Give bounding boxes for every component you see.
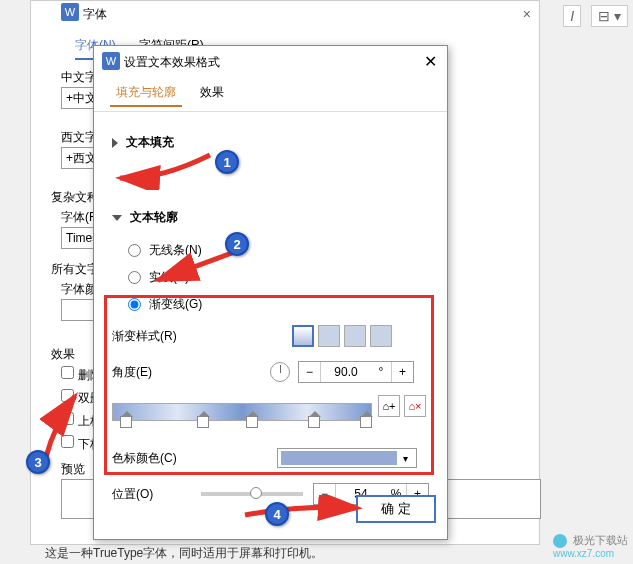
color-swatch xyxy=(281,451,397,465)
stop-color-picker[interactable]: ▾ xyxy=(277,448,417,468)
bg-title: 字体 xyxy=(83,6,107,23)
remove-stop-icon[interactable]: ⌂× xyxy=(404,395,426,417)
grad-stop-2[interactable] xyxy=(197,416,209,428)
angle-label: 角度(E) xyxy=(112,364,192,381)
gradient-bar[interactable] xyxy=(112,403,372,421)
section-text-fill[interactable]: 文本填充 xyxy=(112,134,429,151)
angle-plus[interactable]: + xyxy=(391,362,413,382)
pos-minus[interactable]: − xyxy=(314,484,336,504)
callout-4: 4 xyxy=(265,502,289,526)
effects-label: 效果 xyxy=(51,346,75,363)
chevron-down-icon: ▾ xyxy=(400,453,411,464)
list-icon[interactable]: ⊟ ▾ xyxy=(591,5,628,27)
close-button[interactable]: ✕ xyxy=(424,52,437,71)
position-slider[interactable] xyxy=(201,492,303,496)
text-outline-label: 文本轮廓 xyxy=(130,209,178,226)
angle-value[interactable]: 90.0 xyxy=(321,362,371,382)
radio-gradient-line[interactable]: 渐变线(G) xyxy=(128,296,429,313)
italic-icon[interactable]: I xyxy=(563,5,581,27)
complex-label: 复杂文种 xyxy=(51,189,99,206)
slider-thumb[interactable] xyxy=(250,487,262,499)
ok-button[interactable]: 确 定 xyxy=(356,495,436,523)
grad-stop-4[interactable] xyxy=(308,416,320,428)
grad-stop-3[interactable] xyxy=(246,416,258,428)
callout-2: 2 xyxy=(225,232,249,256)
grad-style-2[interactable] xyxy=(318,325,340,347)
grad-style-4[interactable] xyxy=(370,325,392,347)
watermark-logo-icon xyxy=(553,534,567,548)
all-text-label: 所有文字 xyxy=(51,261,99,278)
radio-solid-line[interactable]: 实线(S) xyxy=(128,269,429,286)
grad-stop-1[interactable] xyxy=(120,416,132,428)
callout-1: 1 xyxy=(215,150,239,174)
watermark-name: 极光下载站 xyxy=(573,534,628,546)
footer-text: 这是一种TrueType字体，同时适用于屏幕和打印机。 xyxy=(45,545,323,562)
grad-style-1[interactable] xyxy=(292,325,314,347)
word-icon: W xyxy=(61,3,79,21)
angle-dial[interactable] xyxy=(270,362,290,382)
watermark: 极光下载站 www.xz7.com xyxy=(553,533,628,559)
collapse-icon xyxy=(112,215,122,221)
ribbon-fragment: I ⊟ ▾ xyxy=(563,5,628,27)
gradient-style-label: 渐变样式(R) xyxy=(112,328,192,345)
angle-spinner[interactable]: − 90.0 ° + xyxy=(298,361,414,383)
text-effects-dialog: W 设置文本效果格式 ✕ 填充与轮廓 效果 文本填充 文本轮廓 无线条(N) 实… xyxy=(93,45,448,540)
dialog-title: 设置文本效果格式 xyxy=(124,54,220,71)
watermark-url: www.xz7.com xyxy=(553,548,628,559)
add-stop-icon[interactable]: ⌂+ xyxy=(378,395,400,417)
radio-no-line[interactable]: 无线条(N) xyxy=(128,242,429,259)
section-text-outline[interactable]: 文本轮廓 xyxy=(112,209,429,226)
tab-fill-outline[interactable]: 填充与轮廓 xyxy=(110,80,182,107)
position-label: 位置(O) xyxy=(112,486,171,503)
grad-stop-5[interactable] xyxy=(360,416,372,428)
grad-style-3[interactable] xyxy=(344,325,366,347)
word-icon: W xyxy=(102,52,120,70)
stop-color-label: 色标颜色(C) xyxy=(112,450,192,467)
preview-label: 预览 xyxy=(61,461,85,478)
expand-icon xyxy=(112,138,118,148)
callout-3: 3 xyxy=(26,450,50,474)
angle-unit: ° xyxy=(371,362,391,382)
angle-minus[interactable]: − xyxy=(299,362,321,382)
text-fill-label: 文本填充 xyxy=(126,134,174,151)
tab-effects[interactable]: 效果 xyxy=(194,80,230,105)
close-icon[interactable]: × xyxy=(523,6,531,22)
